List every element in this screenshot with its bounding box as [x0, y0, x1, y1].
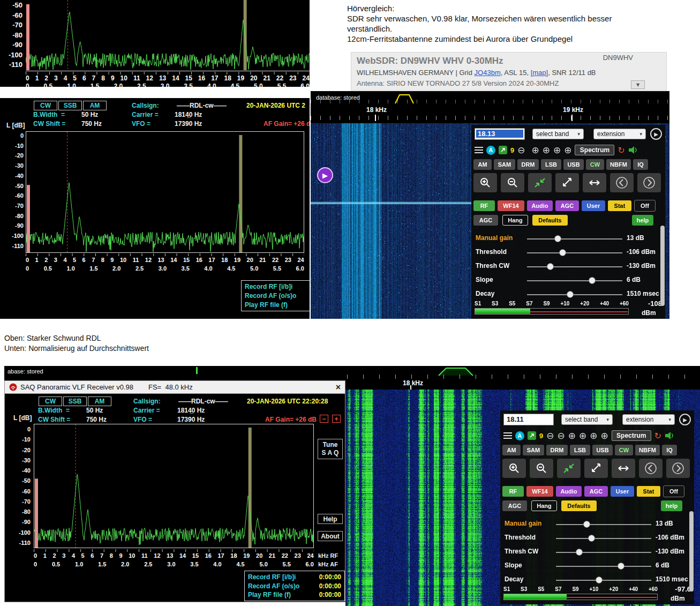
zoom-out-icon[interactable]: ⊖: [546, 431, 554, 440]
tab-agc[interactable]: AGC: [584, 486, 608, 497]
zoom-out-max-icon[interactable]: [584, 459, 608, 478]
shift-right-icon[interactable]: [666, 459, 690, 478]
mode-sam[interactable]: SAM: [523, 445, 544, 455]
thresh-cw-slider[interactable]: [527, 262, 622, 272]
tab-rf[interactable]: RF: [502, 486, 524, 497]
mode-drm[interactable]: DRM: [546, 445, 568, 455]
mode-iq[interactable]: IQ: [662, 445, 677, 455]
zoom-to-passband-icon[interactable]: [528, 173, 552, 192]
extension-select[interactable]: extension▾: [593, 129, 646, 139]
slider-thumb[interactable]: [618, 563, 624, 570]
open-link-icon[interactable]: [499, 146, 507, 154]
tune-step-button[interactable]: ▶: [650, 128, 662, 140]
autoscale-button[interactable]: A: [486, 146, 495, 155]
thresh-cw-slider[interactable]: [556, 548, 651, 557]
record-controls[interactable]: Record RF [i/b]i0:00:00 Record AF (o/s)o…: [241, 280, 310, 311]
mode-usb[interactable]: USB: [563, 159, 584, 170]
zoom-out-max-icon[interactable]: ⊖: [557, 431, 564, 440]
ssb-mode-button[interactable]: SSB: [58, 101, 82, 110]
shift-right-icon[interactable]: [637, 173, 661, 192]
record-af-row[interactable]: Record AF (o/s)o0:00:00: [248, 582, 341, 590]
help-button[interactable]: Help: [318, 514, 343, 524]
audio-start-button[interactable]: ▶: [317, 167, 333, 183]
tab-audio[interactable]: Audio: [556, 486, 582, 497]
am-mode-button[interactable]: AM: [88, 396, 111, 406]
agc-button[interactable]: AGC: [502, 500, 527, 511]
speaker-icon[interactable]: [665, 431, 674, 440]
zoom-out-tool[interactable]: [501, 173, 524, 192]
zoom-out-icon[interactable]: ⊖: [517, 146, 525, 155]
zoom-in-icon[interactable]: ⊕: [568, 431, 576, 440]
help-button[interactable]: help: [632, 215, 653, 226]
threshold-slider[interactable]: [556, 534, 651, 543]
record-rf-row[interactable]: Record RF [i/b]i0:00:00: [245, 283, 310, 290]
slider-thumb[interactable]: [576, 549, 583, 556]
menu-icon[interactable]: [475, 147, 483, 153]
hang-button[interactable]: Hang: [531, 500, 557, 511]
am-mode-button[interactable]: AM: [83, 101, 107, 110]
band-select[interactable]: select band▾: [532, 129, 584, 139]
zoom-in-pb-icon[interactable]: ⊕: [590, 431, 597, 440]
tab-wf[interactable]: WF14: [498, 200, 524, 211]
tab-audio[interactable]: Audio: [527, 200, 553, 211]
tab-stat[interactable]: Stat: [608, 200, 631, 211]
record-rf-row[interactable]: Record RF [i/b]i0:00:00: [248, 573, 341, 581]
threshold-slider[interactable]: [527, 248, 622, 258]
slider-thumb[interactable]: [554, 235, 561, 242]
spectrum-toggle-button[interactable]: Spectrum: [612, 430, 651, 441]
mode-am[interactable]: AM: [502, 445, 521, 455]
mode-am[interactable]: AM: [473, 159, 492, 170]
frequency-scale-bar[interactable]: database: stored 18 kHz 19 kHz: [311, 91, 669, 123]
decay-slider[interactable]: [527, 290, 622, 300]
zoom-in-band-icon[interactable]: ⊕: [543, 146, 550, 155]
tab-stat[interactable]: Stat: [637, 486, 660, 497]
close-button[interactable]: ×: [336, 383, 341, 392]
mode-cw[interactable]: CW: [586, 159, 604, 170]
slider-thumb[interactable]: [588, 535, 595, 542]
mode-nbfm[interactable]: NBFM: [635, 445, 660, 455]
mode-nbfm[interactable]: NBFM: [606, 159, 631, 170]
zoom-in-band-icon[interactable]: ⊕: [579, 431, 586, 440]
manual-gain-slider[interactable]: [556, 520, 651, 529]
tab-agc[interactable]: AGC: [555, 200, 579, 211]
slope-slider[interactable]: [527, 276, 622, 286]
spectrum-toggle-button[interactable]: Spectrum: [575, 145, 614, 155]
mode-lsb[interactable]: LSB: [541, 159, 561, 170]
mode-cw[interactable]: CW: [615, 445, 633, 455]
cw-mode-button[interactable]: CW: [39, 396, 62, 406]
slider-thumb[interactable]: [567, 291, 574, 298]
defaults-button[interactable]: Defaults: [561, 500, 597, 511]
mode-usb[interactable]: USB: [592, 445, 613, 455]
extension-select[interactable]: extension▾: [622, 414, 675, 425]
ssb-mode-button[interactable]: SSB: [63, 396, 87, 406]
hang-button[interactable]: Hang: [502, 215, 528, 226]
tune-saq-button[interactable]: Tune S A Q: [318, 439, 343, 459]
speaker-icon[interactable]: [628, 146, 638, 154]
zoom-in-max-icon[interactable]: ⊕: [600, 431, 608, 440]
slider-thumb[interactable]: [547, 263, 554, 270]
record-controls[interactable]: Record RF [i/b]i0:00:00 Record AF (o/s)o…: [244, 571, 345, 601]
zoom-in-icon[interactable]: ⊕: [531, 146, 539, 155]
manual-gain-slider[interactable]: [527, 234, 622, 244]
defaults-button[interactable]: Defaults: [532, 215, 568, 226]
tab-wf[interactable]: WF14: [526, 486, 553, 497]
slope-slider[interactable]: [556, 562, 651, 571]
tab-off[interactable]: Off: [663, 485, 684, 497]
frequency-input[interactable]: 18.13: [475, 128, 525, 140]
menu-icon[interactable]: [503, 432, 512, 439]
cw-mode-button[interactable]: CW: [34, 101, 57, 110]
refresh-icon[interactable]: ↻: [654, 431, 661, 441]
tab-user[interactable]: User: [582, 200, 605, 211]
zoom-in-max-icon[interactable]: ⊕: [564, 146, 571, 155]
af-gain-plus-button[interactable]: +: [332, 415, 341, 423]
zoom-in-tool[interactable]: [502, 459, 526, 478]
panel-scrollbar[interactable]: [660, 226, 665, 306]
tab-off[interactable]: Off: [634, 200, 656, 212]
mode-iq[interactable]: IQ: [633, 159, 648, 170]
zoom-in-pb-icon[interactable]: ⊕: [553, 146, 561, 155]
record-af-row[interactable]: Record AF (o/s)o0:00:00: [245, 292, 310, 300]
zoom-in-tool[interactable]: [473, 173, 497, 192]
mode-lsb[interactable]: LSB: [570, 445, 590, 455]
tune-step-button[interactable]: ▶: [679, 414, 691, 425]
shift-left-icon[interactable]: [610, 173, 634, 192]
